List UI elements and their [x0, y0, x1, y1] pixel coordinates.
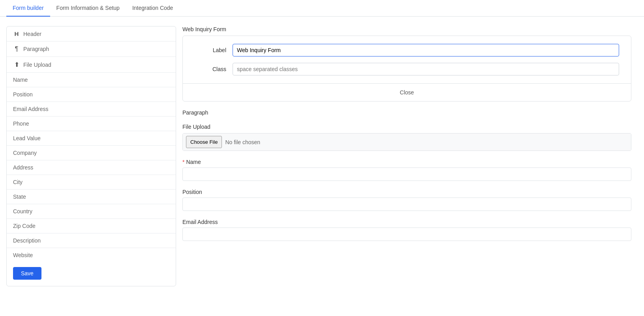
- class-field-input[interactable]: [233, 63, 619, 75]
- save-button[interactable]: Save: [13, 267, 41, 280]
- paragraph-section-label: Paragraph: [182, 109, 631, 116]
- no-file-text: No file chosen: [225, 139, 260, 145]
- position-field-input[interactable]: [182, 198, 631, 211]
- label-field-label: Label: [195, 47, 226, 53]
- close-btn-row: Close: [183, 83, 631, 101]
- sidebar-item-phone[interactable]: Phone: [7, 117, 176, 131]
- web-inquiry-form-card: Label Class Close: [182, 36, 631, 102]
- sidebar-item-description[interactable]: Description: [7, 233, 176, 248]
- web-inquiry-section-label: Web Inquiry Form: [182, 26, 631, 32]
- sidebar-item-name[interactable]: Name: [7, 73, 176, 87]
- position-field-label: Position: [182, 189, 631, 195]
- header-icon: H: [13, 30, 20, 37]
- class-row: Class: [195, 63, 619, 75]
- file-upload-section: File Upload Choose File No file chosen: [182, 124, 631, 151]
- sidebar-item-header[interactable]: H Header: [7, 26, 176, 41]
- web-inquiry-section: Web Inquiry Form Label Class Close: [182, 26, 631, 102]
- name-field-label: * Name: [182, 159, 631, 165]
- sidebar-item-email[interactable]: Email Address: [7, 102, 176, 117]
- file-upload-inner: Choose File No file chosen: [183, 134, 631, 150]
- sidebar-item-state[interactable]: State: [7, 190, 176, 204]
- name-field-input[interactable]: [182, 167, 631, 181]
- tabs-bar: Form builder Form Information & Setup In…: [0, 0, 644, 17]
- sidebar-item-file-upload[interactable]: ⬆ File Upload: [7, 57, 176, 73]
- sidebar-item-paragraph[interactable]: ¶ Paragraph: [7, 41, 176, 57]
- email-field-input[interactable]: [182, 228, 631, 241]
- upload-icon: ⬆: [13, 61, 20, 68]
- name-required-asterisk: *: [182, 159, 184, 165]
- name-field-section: * Name: [182, 159, 631, 181]
- paragraph-section: Paragraph: [182, 109, 631, 116]
- sidebar-item-city[interactable]: City: [7, 175, 176, 190]
- sidebar-item-lead-value[interactable]: Lead Value: [7, 131, 176, 146]
- sidebar-item-country[interactable]: Country: [7, 204, 176, 219]
- file-upload-label: File Upload: [182, 124, 631, 130]
- email-field-section: Email Address: [182, 219, 631, 241]
- content-area: Web Inquiry Form Label Class Close: [176, 26, 638, 286]
- position-field-section: Position: [182, 189, 631, 211]
- choose-file-button[interactable]: Choose File: [186, 136, 222, 148]
- sidebar-item-zip-code[interactable]: Zip Code: [7, 219, 176, 233]
- tab-form-info[interactable]: Form Information & Setup: [50, 0, 126, 17]
- label-field-input[interactable]: [233, 44, 619, 56]
- tab-integration-code[interactable]: Integration Code: [126, 0, 180, 17]
- main-layout: H Header ¶ Paragraph ⬆ File Upload Name …: [0, 17, 644, 296]
- tab-form-builder[interactable]: Form builder: [6, 0, 50, 17]
- sidebar-item-company[interactable]: Company: [7, 146, 176, 160]
- sidebar-item-position[interactable]: Position: [7, 87, 176, 102]
- paragraph-icon: ¶: [13, 45, 20, 53]
- file-upload-wrapper: Choose File No file chosen: [182, 133, 631, 151]
- sidebar: H Header ¶ Paragraph ⬆ File Upload Name …: [6, 26, 176, 286]
- sidebar-item-address[interactable]: Address: [7, 160, 176, 175]
- email-field-label: Email Address: [182, 219, 631, 225]
- label-row: Label: [195, 44, 619, 56]
- close-button[interactable]: Close: [394, 88, 421, 97]
- sidebar-item-website[interactable]: Website: [7, 248, 176, 262]
- class-field-label: Class: [195, 66, 226, 72]
